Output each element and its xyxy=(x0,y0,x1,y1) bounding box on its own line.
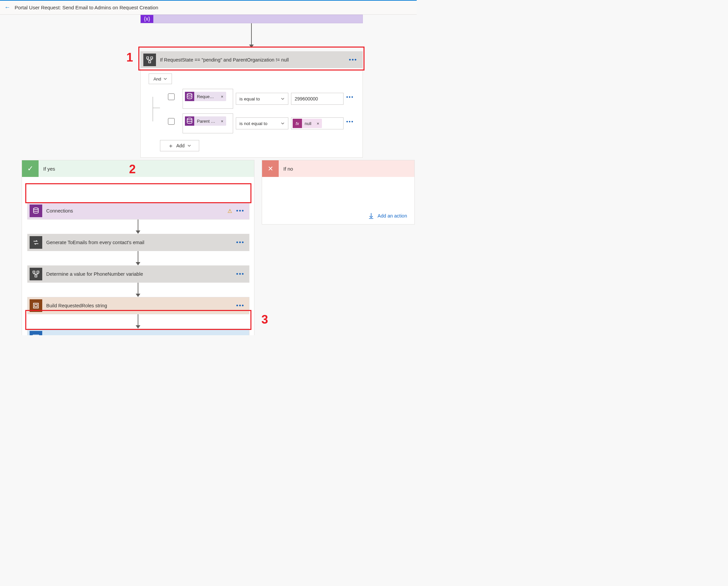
back-button[interactable]: ← xyxy=(3,4,11,11)
step-label: Connections xyxy=(46,335,228,335)
page-title: Portal User Request: Send Email to Admin… xyxy=(15,5,158,10)
condition-more-button[interactable]: ••• xyxy=(346,56,360,63)
operator-label: is not equal to xyxy=(239,121,267,126)
step-connections-2[interactable]: Connections ⚠ ••• xyxy=(27,329,250,335)
svg-rect-2 xyxy=(149,61,151,63)
step-more-button[interactable]: ••• xyxy=(233,334,247,336)
arrow-icon xyxy=(138,283,138,294)
if-yes-label: If yes xyxy=(43,166,55,172)
add-action-button[interactable]: Add an action xyxy=(367,212,407,220)
svg-rect-10 xyxy=(34,304,37,307)
token-remove-icon[interactable]: × xyxy=(218,119,226,124)
condition-icon xyxy=(144,54,156,66)
step-label: Build RequestedRoles string xyxy=(46,303,233,308)
step-more-button[interactable]: ••• xyxy=(233,239,247,246)
svg-rect-11 xyxy=(33,335,39,335)
dynamic-token[interactable]: Parent O… × xyxy=(185,117,226,126)
add-condition-button[interactable]: ＋ Add xyxy=(160,140,199,151)
add-action-label: Add an action xyxy=(378,213,407,219)
dataverse-icon xyxy=(30,205,42,217)
svg-rect-9 xyxy=(33,303,38,308)
token-remove-icon[interactable]: × xyxy=(218,94,226,99)
group-operator-dropdown[interactable]: And xyxy=(149,74,172,84)
svg-point-3 xyxy=(187,94,192,96)
step-label: Generate ToEmails from every contact's e… xyxy=(46,240,233,245)
step-label: Connections xyxy=(46,208,228,213)
loop-icon xyxy=(30,236,42,249)
row-checkbox[interactable] xyxy=(168,118,175,125)
step-more-button[interactable]: ••• xyxy=(233,207,247,214)
condition-card: If RequestState == "pending" and ParentO… xyxy=(140,51,363,158)
token-label: Parent O… xyxy=(194,119,218,124)
svg-rect-1 xyxy=(151,57,153,59)
value-field[interactable]: 299600000 xyxy=(291,93,343,105)
row-checkbox[interactable] xyxy=(168,94,175,100)
arrow-icon xyxy=(138,220,138,230)
token-label: null xyxy=(302,121,314,126)
if-no-label: If no xyxy=(283,166,293,172)
value-field[interactable]: fx null × xyxy=(291,118,343,129)
operator-dropdown[interactable]: is not equal to xyxy=(236,118,288,129)
svg-point-5 xyxy=(33,208,38,210)
expression-token[interactable]: fx null × xyxy=(293,119,322,128)
if-yes-branch: ✓ If yes Connections ⚠ ••• Generate ToEm… xyxy=(22,160,254,335)
svg-rect-0 xyxy=(147,57,149,59)
group-operator-label: And xyxy=(153,76,161,81)
close-icon: ✕ xyxy=(262,160,279,177)
add-label: Add xyxy=(176,143,185,148)
svg-rect-7 xyxy=(37,271,39,273)
svg-rect-6 xyxy=(33,271,35,273)
step-label: Determine a value for PhoneNumber variab… xyxy=(46,271,233,277)
token-label: Request … xyxy=(194,94,218,99)
operator-dropdown[interactable]: is equal to xyxy=(236,93,288,105)
annotation-number-2: 2 xyxy=(129,162,136,176)
if-no-branch: ✕ If no Add an action xyxy=(262,160,415,225)
condition-icon xyxy=(30,268,42,280)
row-more-button[interactable]: ••• xyxy=(346,94,354,100)
step-determine-phone[interactable]: Determine a value for PhoneNumber variab… xyxy=(27,265,250,283)
check-icon: ✓ xyxy=(22,160,38,177)
dataverse-icon xyxy=(185,92,194,101)
token-remove-icon[interactable]: × xyxy=(314,121,322,126)
step-connections-1[interactable]: Connections ⚠ ••• xyxy=(27,202,250,220)
svg-rect-8 xyxy=(35,275,37,277)
outlook-icon xyxy=(30,331,42,335)
condition-row: Parent O… × is not equal to fx null × ••… xyxy=(153,113,357,133)
condition-row: Request … × is equal to 299600000 ••• xyxy=(153,89,357,109)
control-icon xyxy=(30,299,42,312)
condition-header[interactable]: If RequestState == "pending" and ParentO… xyxy=(141,52,363,68)
left-operand-field[interactable]: Request … × xyxy=(183,89,233,109)
arrow-icon xyxy=(138,314,138,325)
arrow-icon xyxy=(138,251,138,262)
if-yes-header[interactable]: ✓ If yes xyxy=(22,160,254,177)
condition-title: If RequestState == "pending" and ParentO… xyxy=(160,57,346,62)
annotation-number-1: 1 xyxy=(126,51,133,65)
dynamic-token[interactable]: Request … × xyxy=(185,92,226,101)
add-action-icon xyxy=(367,212,375,220)
annotation-number-3: 3 xyxy=(261,313,268,327)
warning-icon: ⚠ xyxy=(228,208,232,214)
plus-icon: ＋ xyxy=(168,142,174,150)
step-generate-toemails[interactable]: Generate ToEmails from every contact's e… xyxy=(27,234,250,251)
variable-step-stub[interactable]: {x} xyxy=(140,15,363,23)
if-no-header[interactable]: ✕ If no xyxy=(262,160,414,177)
variable-icon: {x} xyxy=(141,15,153,23)
left-operand-field[interactable]: Parent O… × xyxy=(183,113,233,133)
step-more-button[interactable]: ••• xyxy=(233,271,247,278)
dataverse-icon xyxy=(185,117,194,126)
svg-point-4 xyxy=(187,118,192,120)
step-more-button[interactable]: ••• xyxy=(233,302,247,309)
fx-icon: fx xyxy=(293,119,302,128)
warning-icon: ⚠ xyxy=(228,334,232,336)
value-text: 299600000 xyxy=(295,96,318,101)
row-more-button[interactable]: ••• xyxy=(346,119,354,125)
operator-label: is equal to xyxy=(239,97,260,101)
step-build-requestedroles[interactable]: Build RequestedRoles string ••• xyxy=(27,297,250,314)
